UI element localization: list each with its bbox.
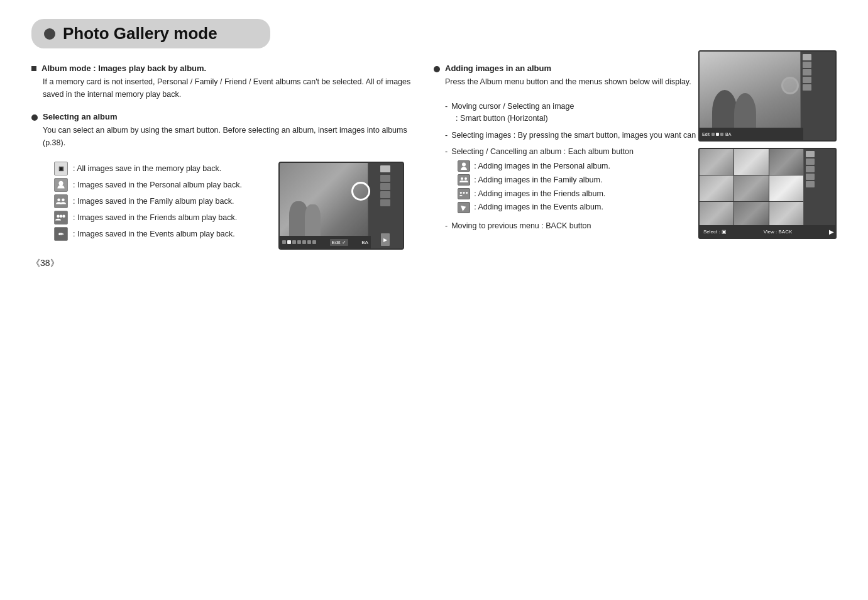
grid-cell-8 [734, 202, 768, 228]
title-dot-icon [44, 28, 55, 40]
dash-icon-4: - [445, 220, 448, 232]
bullet-circle-icon [31, 114, 38, 121]
svg-point-11 [466, 192, 468, 194]
dot-7 [312, 240, 316, 244]
svg-point-9 [460, 192, 462, 194]
sub-family-icon [458, 174, 470, 186]
section-selecting-album: Selecting an album You can select an alb… [31, 112, 421, 252]
cursor-circle-right [781, 77, 799, 94]
album-mode-title: Album mode : Images play back by album. [41, 64, 206, 73]
icon-item-memory: ▣ : All images save in the memory play b… [54, 162, 242, 175]
ba-label-left: BA [361, 240, 368, 245]
camera-grid-photos [700, 149, 803, 228]
camera-ui-left: ▶ [278, 162, 404, 250]
edit-label-right: Edit [702, 132, 710, 136]
selecting-album-body: You can select an album by using the sma… [43, 124, 421, 149]
sub-events-label: : Adding images in the Events album. [474, 201, 603, 213]
left-column: Album mode : Images play back by album. … [31, 64, 421, 263]
selecting-album-title: Selecting an album [43, 112, 117, 121]
personal-icon [54, 178, 68, 192]
page-title: Photo Gallery mode [63, 24, 217, 43]
svg-point-5 [62, 215, 65, 218]
camera-ui-bottom-right: Select : ▣ View : BACK ▶ [698, 148, 837, 239]
icon-memory-label: : All images save in the memory play bac… [73, 164, 221, 173]
camera-sidebar-left: ▶ [368, 163, 403, 248]
bottom-dots [282, 240, 316, 244]
icon-personal-label: : Images saved in the Personal album pla… [73, 181, 242, 189]
adding-images-title: Adding images in an album [445, 64, 551, 73]
sub-personal-icon [458, 160, 470, 172]
title-bar: Photo Gallery mode [31, 19, 270, 48]
cursor-circle-left [351, 182, 370, 201]
back-button-text: Moving to previous menu : BACK button [451, 221, 591, 230]
section-selecting-header: Selecting an album [31, 112, 421, 121]
svg-point-4 [60, 215, 63, 218]
icon-item-friends: : Images saved in the Friends album play… [54, 211, 242, 225]
grid-cell-5 [734, 175, 768, 201]
family-icon [54, 194, 68, 208]
grid-cell-3 [769, 149, 803, 175]
svg-point-0 [59, 181, 63, 186]
dot-6 [307, 240, 311, 244]
dot-1 [282, 240, 286, 244]
camera-grid-bottom: Select : ▣ View : BACK ▶ [700, 225, 837, 238]
icon-events-label: : Images saved in the Events album play … [73, 230, 235, 238]
sub-events-icon [458, 202, 470, 213]
adding-bullet-circle [434, 66, 440, 72]
dash-icon-2: - [445, 130, 448, 142]
svg-point-2 [62, 198, 65, 201]
icon-item-events: ✏ : Images saved in the Events album pla… [54, 227, 242, 241]
ba-label-right: BA [725, 132, 731, 136]
camera-sidebar-right [801, 52, 835, 140]
svg-point-6 [462, 163, 466, 167]
edit-label-left: Edit ✓ [330, 239, 348, 246]
sub-personal-label: : Adding images in the Personal album. [474, 160, 610, 172]
selecting-album-text: You can select an album by using the sma… [43, 126, 407, 147]
sub-family-label: : Adding images in the Family album. [474, 174, 602, 186]
grid-cell-9 [769, 202, 803, 228]
grid-cell-2 [734, 149, 768, 175]
svg-point-3 [57, 215, 60, 218]
camera-bottom-bar-left: Edit ✓ BA [280, 236, 371, 248]
sub-friends-icon [458, 188, 470, 199]
camera-bottom-bar-right: Edit BA [700, 128, 803, 140]
svg-point-1 [57, 198, 60, 201]
icon-list: ▣ : All images save in the memory play b… [54, 162, 242, 241]
icon-friends-label: : Images saved in the Friends album play… [73, 213, 237, 222]
svg-point-8 [464, 177, 467, 180]
svg-point-10 [463, 192, 465, 194]
dot-3 [292, 240, 296, 244]
dot-2 [287, 240, 291, 244]
grid-cell-1 [700, 149, 733, 175]
svg-point-7 [461, 177, 463, 180]
page: Photo Gallery mode Edit [0, 0, 868, 282]
dot-5 [302, 240, 306, 244]
memory-icon: ▣ [54, 162, 68, 175]
dash-icon-1: - [445, 101, 448, 113]
dash-icon-3: - [445, 146, 448, 158]
grid-cell-4 [700, 175, 733, 201]
album-mode-body: If a memory card is not inserted, Person… [43, 75, 421, 101]
icon-family-label: : Images saved in the Family album play … [73, 197, 234, 206]
icon-item-personal: : Images saved in the Personal album pla… [54, 178, 242, 192]
dot-4 [297, 240, 301, 244]
section-album-mode-header: Album mode : Images play back by album. [31, 64, 421, 73]
page-number: 《38》 [31, 258, 59, 269]
view-label: View : BACK [764, 229, 793, 235]
camera-screenshots-right: Edit BA [698, 50, 837, 239]
friends-icon [54, 211, 68, 225]
bullet-square-icon [31, 66, 36, 71]
section-album-mode: Album mode : Images play back by album. … [31, 64, 421, 101]
camera-grid-sidebar [804, 149, 835, 228]
icon-item-family: : Images saved in the Family album play … [54, 194, 242, 208]
sub-friends-label: : Adding images in the Friends album. [474, 188, 605, 200]
camera-ui-top-right: Edit BA [698, 50, 837, 142]
select-label: Select : ▣ [703, 229, 727, 235]
grid-cell-7 [700, 202, 733, 228]
camera-main-photo-right [700, 52, 800, 140]
grid-cell-6 [769, 175, 803, 201]
events-icon: ✏ [54, 227, 68, 241]
